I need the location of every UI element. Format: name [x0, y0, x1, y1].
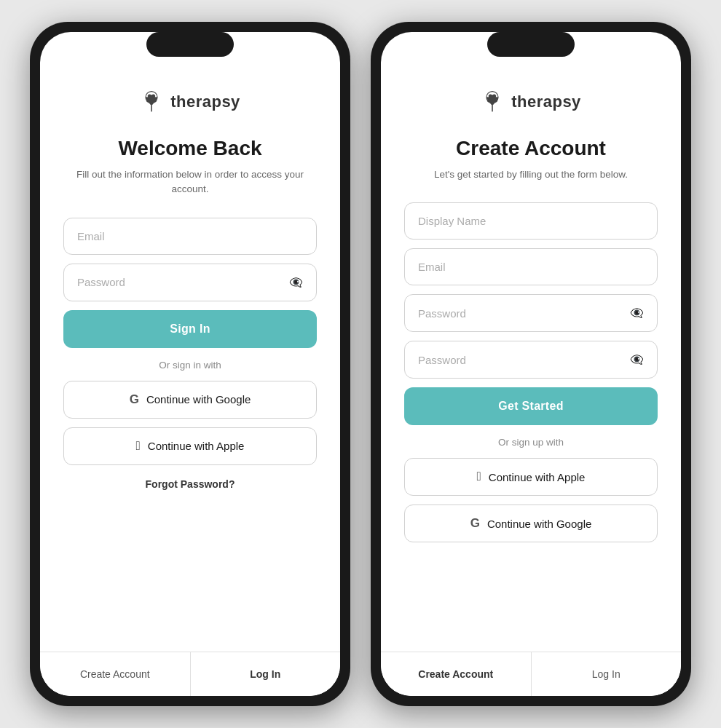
phone-notch-2	[487, 32, 575, 57]
signin-content: therapsy Welcome Back Fill out the infor…	[40, 32, 340, 652]
eye-icon-1[interactable]: 👁‍🗨	[289, 276, 303, 289]
eye-icon-2[interactable]: 👁‍🗨	[630, 306, 644, 320]
bottom-tab-2: Create Account Log In	[381, 652, 681, 696]
email-field-2[interactable]: Email	[404, 248, 658, 285]
signin-subtitle: Fill out the information below in order …	[63, 167, 317, 197]
phone-notch-1	[146, 32, 234, 57]
apple-signin-button[interactable]:  Continue with Apple	[63, 427, 317, 465]
logo-icon-2	[481, 90, 504, 114]
password-field-1[interactable]: Password 👁‍🗨	[63, 264, 317, 301]
password-field-2[interactable]: Password 👁‍🗨	[404, 294, 658, 332]
google-signin-button[interactable]: G Continue with Google	[63, 381, 317, 419]
or-signup-text: Or sign up with	[404, 437, 658, 448]
logo-area-1: therapsy	[63, 90, 317, 114]
bottom-tab-1: Create Account Log In	[40, 652, 340, 696]
phone-inner-1: therapsy Welcome Back Fill out the infor…	[40, 32, 340, 696]
google-icon-2: G	[470, 516, 480, 531]
logo-area-2: therapsy	[404, 90, 658, 114]
email-field-1[interactable]: Email	[63, 218, 317, 255]
spacer-1	[63, 499, 317, 652]
logo-text-1: therapsy	[170, 92, 240, 111]
signin-title: Welcome Back	[63, 137, 317, 160]
eye-icon-3[interactable]: 👁‍🗨	[630, 353, 644, 366]
tab-login-1[interactable]: Log In	[191, 652, 341, 696]
create-content: therapsy Create Account Let's get starte…	[381, 32, 681, 652]
confirm-password-field[interactable]: Password 👁‍🗨	[404, 341, 658, 379]
google-icon-1: G	[130, 392, 139, 407]
spacer-2	[404, 551, 658, 652]
forgot-password-link[interactable]: Forgot Password?	[63, 478, 317, 490]
tab-login-2[interactable]: Log In	[532, 652, 682, 696]
create-title: Create Account	[404, 137, 658, 160]
phone-inner-2: therapsy Create Account Let's get starte…	[381, 32, 681, 696]
tab-create-account-1[interactable]: Create Account	[40, 652, 190, 696]
apple-signup-button[interactable]:  Continue with Apple	[404, 458, 658, 496]
tab-create-account-2[interactable]: Create Account	[381, 652, 531, 696]
apple-icon-2: 	[477, 470, 481, 484]
logo-icon-1	[140, 90, 163, 114]
phone-container: therapsy Welcome Back Fill out the infor…	[30, 22, 691, 706]
create-subtitle: Let's get started by filling out the for…	[404, 167, 658, 182]
apple-icon-1: 	[136, 439, 141, 454]
google-signup-button[interactable]: G Continue with Google	[404, 505, 658, 542]
phone-signin: therapsy Welcome Back Fill out the infor…	[30, 22, 350, 706]
or-signin-text: Or sign in with	[63, 360, 317, 371]
signin-button[interactable]: Sign In	[63, 310, 317, 348]
get-started-button[interactable]: Get Started	[404, 387, 658, 425]
logo-text-2: therapsy	[511, 92, 581, 111]
display-name-field[interactable]: Display Name	[404, 202, 658, 240]
phone-create: therapsy Create Account Let's get starte…	[371, 22, 691, 706]
